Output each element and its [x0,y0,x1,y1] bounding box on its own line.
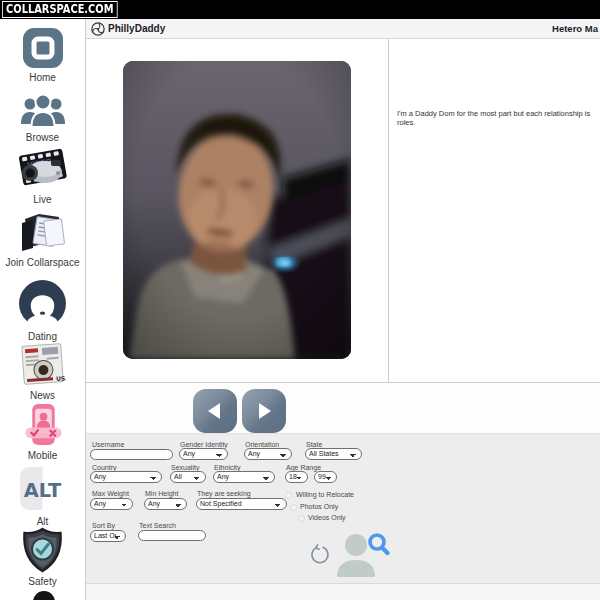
sidebar-item-label: Browse [0,132,85,143]
about-line: I'm a Daddy Dom for the most part but ea… [397,109,600,118]
sexuality-label: Sexuality [171,464,199,471]
age-min-select[interactable]: 18 [285,471,308,483]
profile-username: PhillyDaddy [108,23,165,34]
alt-icon-text: ALT [24,479,62,502]
photos-only-label: Photos Only [300,503,338,510]
photo-nav-strip [86,382,600,433]
country-select[interactable]: Any [90,471,162,483]
seeking-select[interactable]: Not Specified [196,498,287,510]
join-documents-icon [0,211,85,254]
bdsm-emblem-icon [91,22,105,40]
username-input[interactable] [90,449,173,460]
sidebar-item-news[interactable]: USA News [0,342,85,401]
profile-orientation-summary: Hetero Ma [552,23,598,34]
seeking-label: They are seeking [197,490,251,497]
gender-identity-label: Gender Identity [180,441,228,448]
state-label: State [306,441,322,448]
text-search-label: Text Search [139,522,176,529]
mobile-phone-icon [0,402,85,447]
age-range-label: Age Range [286,464,321,471]
alt-icon: ALT [0,464,85,513]
gender-identity-select[interactable]: Any [179,448,228,460]
sidebar-item-label: Live [0,194,85,205]
photos-only-radio[interactable] [290,504,297,511]
ethnicity-label: Ethnicity [214,464,240,471]
reset-button[interactable] [310,544,330,567]
max-weight-select[interactable]: Any [90,498,133,510]
min-height-label: Min Height [145,490,178,497]
text-search-input[interactable] [138,530,206,541]
sidebar-item-join[interactable]: Join Collarspace [0,211,85,268]
collarspace-profile-page: COLLARSPACE.COM Home [0,0,600,600]
search-profiles-button[interactable] [334,533,392,580]
top-bar: COLLARSPACE.COM [0,0,600,19]
footer-strip [86,583,600,600]
sort-by-select[interactable]: Last On [90,530,126,542]
username-label: Username [92,441,124,448]
sidebar-item-label: Home [0,72,85,83]
sort-by-label: Sort By [92,522,115,529]
videos-only-radio[interactable] [298,515,305,522]
sidebar-item-dating[interactable]: Dating [0,279,85,342]
orientation-select[interactable]: Any [244,448,292,460]
sidebar-item-browse[interactable]: Browse [0,92,85,143]
sidebar-item-label: News [0,390,85,401]
sidebar-item-mobile[interactable]: Mobile [0,402,85,461]
videos-only-label: Videos Only [308,514,346,521]
sidebar-item-label: Mobile [0,450,85,461]
reset-refresh-icon [310,544,330,564]
sidebar-item-live[interactable]: VIDEO Live [0,146,85,205]
about-text: I'm a Daddy Dom for the most part but ea… [397,109,600,127]
browse-people-icon [0,92,85,129]
site-logo[interactable]: COLLARSPACE.COM [2,1,118,18]
sidebar-item-label: Alt [0,516,85,527]
home-icon [0,27,85,69]
age-max-select[interactable]: 99 [314,471,337,483]
magnifier-icon [370,535,388,553]
profile-photo[interactable] [123,61,351,359]
sidebar-item-alt[interactable]: ALT Alt [0,464,85,527]
min-height-select[interactable]: Any [144,498,187,510]
dating-face-icon [0,279,85,328]
next-photo-button[interactable] [242,389,286,433]
search-form: Username Gender Identity Any Orientation… [86,433,600,583]
sidebar-item-label: Join Collarspace [4,257,82,268]
right-arrow-icon [254,401,274,421]
left-arrow-icon [205,401,225,421]
sidebar-item-safety[interactable]: Safety [0,527,85,587]
willing-to-relocate-radio[interactable] [285,492,292,499]
state-select[interactable]: All States [305,448,362,460]
country-label: Country [92,464,117,471]
profile-header: PhillyDaddy Hetero Ma [86,19,600,39]
max-weight-label: Max Weight [92,490,129,497]
orientation-label: Orientation [245,441,279,448]
safety-shield-icon [0,527,85,573]
ethnicity-select[interactable]: Any [213,471,275,483]
svg-text:USA: USA [56,374,66,382]
sexuality-select[interactable]: All [170,471,206,483]
sidebar-item-label: Safety [0,576,85,587]
panel-divider [388,39,389,382]
video-camera-icon: VIDEO [0,146,85,191]
partial-bottom-icon[interactable] [33,591,55,600]
sidebar-item-label: Dating [0,331,85,342]
about-line: roles. [397,118,600,127]
willing-to-relocate-label: Willing to Relocate [296,491,354,498]
sidebar: Home Browse [0,19,86,600]
sidebar-item-home[interactable]: Home [0,27,85,83]
newspaper-icon: USA [0,342,85,387]
previous-photo-button[interactable] [193,389,237,433]
